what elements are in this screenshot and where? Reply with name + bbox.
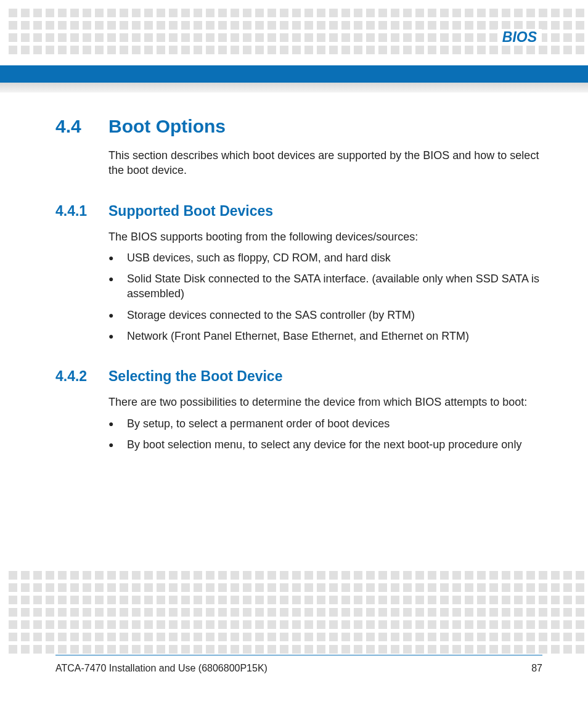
footer-page-number: 87 — [531, 663, 542, 674]
section-heading: 4.4 Boot Options — [55, 116, 542, 137]
subsection-number: 4.4.2 — [55, 368, 108, 385]
list-item-text: USB devices, such as floppy, CD ROM, and… — [127, 250, 542, 265]
header-gray-bar — [0, 83, 588, 92]
list-item-text: Solid State Disk connected to the SATA i… — [127, 271, 542, 302]
bullet-icon: ● — [108, 271, 127, 286]
subsection-intro: The BIOS supports booting from the follo… — [108, 229, 542, 244]
subsection-heading: 4.4.1 Supported Boot Devices — [55, 203, 542, 220]
list-item: ●Solid State Disk connected to the SATA … — [108, 271, 542, 302]
list-item: ●USB devices, such as floppy, CD ROM, an… — [108, 250, 542, 265]
page-footer: ATCA-7470 Installation and Use (6806800P… — [55, 655, 542, 674]
list-item-text: Network (Front Panel Ethernet, Base Ethe… — [127, 329, 542, 343]
list-item: ●By setup, to select a permanent order o… — [108, 416, 542, 431]
page-content: 4.4 Boot Options This section describes … — [55, 116, 542, 452]
subsection-title: Supported Boot Devices — [108, 203, 273, 220]
section-intro: This section describes which boot device… — [108, 148, 542, 178]
header-blue-bar — [0, 65, 588, 83]
list-item: ●By boot selection menu, to select any d… — [108, 437, 542, 452]
bullet-icon: ● — [108, 250, 127, 265]
list-item-text: By setup, to select a permanent order of… — [127, 416, 542, 431]
list-item-text: By boot selection menu, to select any de… — [127, 437, 542, 452]
bullet-icon: ● — [108, 329, 127, 343]
footer-doc-title: ATCA-7470 Installation and Use (6806800P… — [55, 663, 267, 674]
list-item: ●Storage devices connected to the SAS co… — [108, 308, 542, 322]
bullet-icon: ● — [108, 416, 127, 431]
bullet-icon: ● — [108, 437, 127, 452]
bullet-icon: ● — [108, 308, 127, 322]
chapter-label: BIOS — [497, 29, 542, 46]
subsection-title: Selecting the Boot Device — [108, 368, 282, 385]
section-title: Boot Options — [108, 116, 226, 137]
bullet-list-selecting: ●By setup, to select a permanent order o… — [108, 416, 542, 453]
section-number: 4.4 — [55, 116, 108, 137]
list-item-text: Storage devices connected to the SAS con… — [127, 308, 542, 322]
subsection-intro: There are two possibilities to determine… — [108, 395, 542, 409]
decorative-dots-bottom — [0, 571, 588, 654]
bullet-list-supported: ●USB devices, such as floppy, CD ROM, an… — [108, 250, 542, 343]
subsection-heading: 4.4.2 Selecting the Boot Device — [55, 368, 542, 385]
list-item: ●Network (Front Panel Ethernet, Base Eth… — [108, 329, 542, 343]
subsection-number: 4.4.1 — [55, 203, 108, 220]
